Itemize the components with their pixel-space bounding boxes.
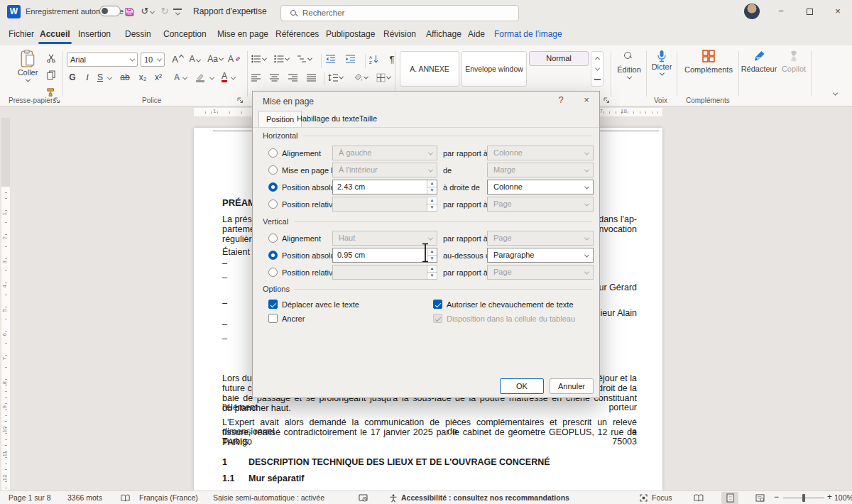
backup-icon[interactable] <box>359 494 368 502</box>
checkbox-allow-overlap[interactable] <box>433 300 442 309</box>
cut-button[interactable] <box>44 51 58 65</box>
complements-button[interactable]: Compléments <box>680 50 737 74</box>
pilcrow-button[interactable]: ¶ <box>386 52 398 66</box>
bold-button[interactable]: G <box>67 70 78 84</box>
clear-format-button[interactable]: A <box>227 52 241 66</box>
web-layout-button[interactable] <box>751 492 768 504</box>
dialog-close-button[interactable]: × <box>579 94 594 105</box>
styles-gallery-scroll[interactable] <box>591 51 604 87</box>
dialog-tab-taille[interactable]: Taille <box>352 111 384 128</box>
radio-h-position-absolue[interactable] <box>268 182 278 192</box>
print-layout-button[interactable] <box>721 492 738 504</box>
tab-fichier[interactable]: Fichier <box>6 27 37 41</box>
shrink-font-button[interactable]: A <box>187 52 202 66</box>
autosave-toggle[interactable] <box>99 6 121 16</box>
text-effects-button[interactable]: A <box>170 70 183 84</box>
zoom-out-button[interactable]: − <box>774 492 779 502</box>
focus-button[interactable]: Focus <box>652 493 672 502</box>
ok-button[interactable]: OK <box>500 378 544 394</box>
radio-v-position-absolue[interactable] <box>268 251 278 260</box>
redacteur-button[interactable]: Rédacteur <box>741 50 777 73</box>
tab-conception[interactable]: Conception <box>160 27 209 41</box>
font-size-combo[interactable]: 10 <box>141 53 165 67</box>
line-spacing-button[interactable] <box>328 70 343 84</box>
strikethrough-button[interactable]: ab <box>118 70 132 84</box>
subscript-button[interactable]: x₂ <box>136 70 149 84</box>
page-indicator[interactable]: Page 1 sur 8 <box>9 493 51 502</box>
radio-v-position-relative[interactable] <box>268 268 278 277</box>
accessibility-icon[interactable] <box>389 494 398 503</box>
h-abs-spinner[interactable]: ▲▼ <box>427 180 437 194</box>
radio-h-alignement[interactable] <box>268 148 278 158</box>
user-avatar[interactable] <box>744 4 760 19</box>
proofing-icon[interactable] <box>121 494 130 502</box>
checkbox-move-with-text[interactable] <box>268 300 278 309</box>
dialog-help-button[interactable]: ? <box>554 94 568 105</box>
align-left-button[interactable] <box>251 70 261 84</box>
increase-indent-button[interactable] <box>345 52 356 66</box>
font-color-chevron-icon[interactable] <box>231 75 236 80</box>
language-indicator[interactable]: Français (France) <box>139 493 198 502</box>
text-effects-chevron-icon[interactable] <box>182 75 187 80</box>
tab-accueil[interactable]: Accueil <box>37 27 73 41</box>
change-case-button[interactable]: Aa <box>206 52 224 66</box>
save-icon[interactable] <box>125 7 134 16</box>
highlight-button[interactable] <box>193 70 207 84</box>
justify-button[interactable] <box>307 70 316 84</box>
radio-h-livre[interactable] <box>268 165 278 175</box>
search-input[interactable]: Rechercher <box>280 5 519 21</box>
copilot-button[interactable]: Copilot <box>778 50 809 73</box>
tab-mise-en-page[interactable]: Mise en page <box>214 27 271 41</box>
underline-chevron-icon[interactable] <box>107 75 112 80</box>
word-count[interactable]: 3366 mots <box>67 493 102 502</box>
read-mode-button[interactable] <box>690 492 707 504</box>
align-right-button[interactable] <box>288 70 297 84</box>
qat-overflow-chevron-icon[interactable] <box>175 11 180 16</box>
borders-button[interactable] <box>376 70 390 84</box>
styles-dialog-launcher[interactable] <box>604 97 610 104</box>
zoom-level[interactable]: 100% <box>834 493 852 502</box>
sort-button[interactable]: AZ <box>369 52 379 66</box>
cancel-button[interactable]: Annuler <box>550 378 594 394</box>
tab-insertion[interactable]: Insertion <box>75 27 114 41</box>
bullets-button[interactable] <box>251 52 266 66</box>
tab-revision[interactable]: Révision <box>381 27 419 41</box>
paste-button[interactable]: Coller <box>13 50 43 82</box>
font-color-button[interactable]: A <box>219 70 230 84</box>
h-abs-spin-up-icon[interactable]: ▲ <box>427 180 437 187</box>
align-center-button[interactable] <box>270 70 279 84</box>
autocomplete-indicator[interactable]: Saisie semi-automatique : activée <box>213 493 324 502</box>
tab-dessin[interactable]: Dessin <box>122 27 154 41</box>
grow-font-button[interactable]: A <box>170 52 185 66</box>
dicter-button[interactable]: Dicter <box>648 50 675 76</box>
underline-button[interactable]: S <box>95 70 105 84</box>
accessibility-status[interactable]: Accessibilité : consultez nos recommanda… <box>401 493 569 502</box>
superscript-button[interactable]: x² <box>152 70 165 84</box>
shading-button[interactable] <box>354 70 368 84</box>
tab-affichage[interactable]: Affichage <box>423 27 464 41</box>
style-annexe[interactable]: A. ANNEXE <box>400 51 459 87</box>
h-abs-spin-down-icon[interactable]: ▼ <box>427 187 437 195</box>
clipboard-dialog-launcher[interactable] <box>54 97 60 104</box>
multilevel-list-button[interactable] <box>297 52 312 66</box>
copy-button[interactable] <box>44 68 58 82</box>
radio-v-alignement[interactable] <box>268 234 278 243</box>
radio-h-position-relative[interactable] <box>268 199 278 209</box>
restore-button[interactable] <box>795 0 824 23</box>
font-dialog-launcher[interactable] <box>237 97 244 104</box>
minimize-button[interactable]: − <box>767 0 795 23</box>
font-name-combo[interactable]: Arial <box>67 53 138 67</box>
document-title[interactable]: Rapport d'expertise <box>193 6 267 16</box>
v-abs-ref-select[interactable]: Paragraphe <box>487 248 594 263</box>
highlight-chevron-icon[interactable] <box>209 75 214 80</box>
style-envelope[interactable]: Envelope window <box>462 51 527 87</box>
h-abs-ref-select[interactable]: Colonne <box>487 180 594 195</box>
decrease-indent-button[interactable] <box>325 52 336 66</box>
redo-button[interactable]: ↻ <box>158 6 172 18</box>
tab-references[interactable]: Références <box>273 27 322 41</box>
h-abs-input[interactable]: 2.43 cm ▲▼ <box>332 180 437 195</box>
edition-button[interactable]: Édition <box>613 50 645 80</box>
zoom-in-button[interactable]: + <box>827 492 832 502</box>
zoom-slider-thumb[interactable] <box>802 494 805 502</box>
style-normal[interactable]: Normal <box>529 51 589 66</box>
